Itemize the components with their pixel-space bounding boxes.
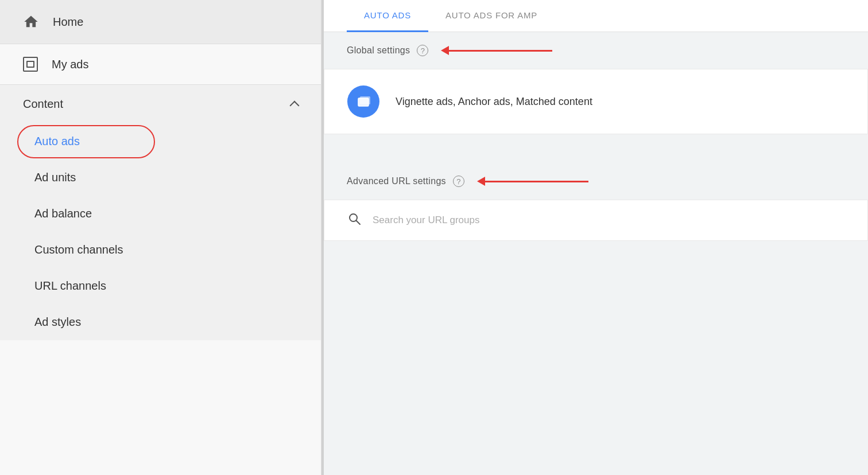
- my-ads-icon: [23, 57, 38, 72]
- main-content: AUTO ADS AUTO ADS FOR AMP Global setting…: [324, 0, 868, 475]
- home-icon: [23, 14, 39, 30]
- card-ad-types-text: Vignette ads, Anchor ads, Matched conten…: [396, 96, 592, 108]
- auto-ads-label: Auto ads: [34, 135, 80, 147]
- ad-units-label: Ad units: [34, 171, 76, 184]
- sidebar-item-my-ads[interactable]: My ads: [0, 44, 321, 84]
- my-ads-label: My ads: [52, 58, 88, 71]
- sidebar-item-ad-balance[interactable]: Ad balance: [0, 196, 321, 232]
- ad-styles-label: Ad styles: [34, 316, 81, 328]
- global-settings-header: Global settings ?: [324, 32, 868, 69]
- advanced-url-arrow-annotation: [477, 177, 588, 186]
- advanced-arrow-line: [485, 181, 588, 182]
- sidebar: Home My ads Content Auto ads Ad units Ad…: [0, 0, 321, 475]
- content-section: Content Auto ads Ad units Ad balance Cus…: [0, 85, 321, 340]
- url-groups-search-box[interactable]: Search your URL groups: [324, 200, 868, 241]
- advanced-url-settings-header: Advanced URL settings ?: [324, 163, 868, 200]
- sidebar-item-url-channels[interactable]: URL channels: [0, 268, 321, 304]
- global-settings-card[interactable]: Vignette ads, Anchor ads, Matched conten…: [324, 69, 868, 134]
- section-spacer-1: [324, 135, 868, 149]
- global-settings-title: Global settings: [347, 45, 410, 56]
- ad-type-icon: [347, 85, 379, 118]
- sidebar-item-ad-styles[interactable]: Ad styles: [0, 304, 321, 340]
- section-spacer-2: [324, 149, 868, 163]
- content-header[interactable]: Content: [0, 85, 321, 123]
- home-label: Home: [53, 15, 83, 29]
- sidebar-item-ad-units[interactable]: Ad units: [0, 159, 321, 196]
- sidebar-item-home[interactable]: Home: [0, 0, 321, 44]
- sidebar-item-auto-ads[interactable]: Auto ads: [0, 123, 321, 159]
- chevron-up-icon: [290, 100, 300, 110]
- search-placeholder-text: Search your URL groups: [373, 215, 479, 226]
- ad-balance-label: Ad balance: [34, 207, 92, 220]
- arrow-head-icon: [441, 46, 449, 55]
- arrow-line: [449, 50, 552, 52]
- advanced-arrow-head-icon: [477, 177, 485, 186]
- advanced-url-help-icon[interactable]: ?: [453, 176, 464, 187]
- tab-auto-ads-amp[interactable]: AUTO ADS FOR AMP: [428, 0, 555, 32]
- custom-channels-label: Custom channels: [34, 243, 123, 256]
- tab-auto-ads[interactable]: AUTO ADS: [347, 0, 428, 32]
- sidebar-item-custom-channels[interactable]: Custom channels: [0, 232, 321, 268]
- global-settings-help-icon[interactable]: ?: [417, 45, 428, 56]
- global-settings-arrow-annotation: [441, 46, 552, 55]
- advanced-url-settings-title: Advanced URL settings: [347, 176, 446, 186]
- content-label: Content: [23, 98, 63, 111]
- svg-line-4: [356, 221, 361, 225]
- tabs-bar: AUTO ADS AUTO ADS FOR AMP: [324, 0, 868, 32]
- url-channels-label: URL channels: [34, 279, 106, 292]
- search-icon: [347, 212, 361, 229]
